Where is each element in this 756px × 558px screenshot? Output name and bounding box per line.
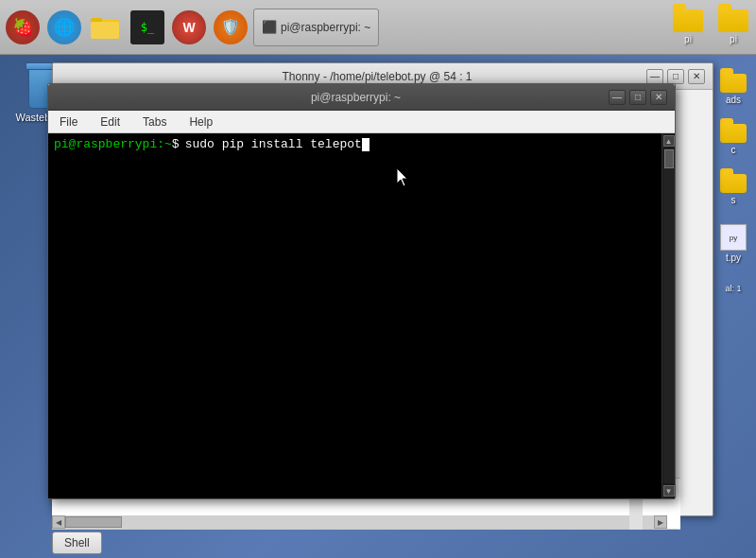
desktop-folder-al: al: 1 xyxy=(725,282,741,293)
h-scroll-left-btn[interactable]: ◀ xyxy=(52,515,65,529)
avast-icon-btn[interactable]: 🛡️ xyxy=(212,9,249,46)
taskbar: 🍓 🌐 $_ W 🛡️ xyxy=(0,0,756,55)
taskbar-folder-2[interactable]: pi xyxy=(714,8,752,46)
h-scroll-thumb[interactable] xyxy=(65,516,122,528)
menu-file[interactable]: File xyxy=(56,113,81,131)
shell-button[interactable]: Shell xyxy=(52,532,102,554)
thonny-title: Thonny - /home/pi/telebot.py @ 54 : 1 xyxy=(108,70,646,83)
terminal-prompt-line: pi@raspberrypi:~ $ sudo pip install tele… xyxy=(54,137,656,151)
raspberry-pi-icon[interactable]: 🍓 xyxy=(4,9,42,46)
svg-rect-3 xyxy=(91,22,119,39)
menu-edit[interactable]: Edit xyxy=(96,113,124,131)
desktop-folder-s[interactable]: s xyxy=(720,174,747,205)
terminal-empty-area xyxy=(54,151,656,486)
terminal-window-controls: — □ ✕ xyxy=(609,90,667,105)
desktop-folder-tpy[interactable]: py t.py xyxy=(720,224,747,263)
terminal-scrollbar[interactable]: ▲ ▼ xyxy=(662,133,675,498)
scroll-down-arrow[interactable]: ▼ xyxy=(663,485,675,497)
scroll-track[interactable] xyxy=(663,148,675,483)
terminal-content[interactable]: pi@raspberrypi:~ $ sudo pip install tele… xyxy=(48,133,662,498)
terminal-menubar: File Edit Tabs Help xyxy=(48,111,675,133)
terminal-taskbar-button[interactable]: ⬛ pi@raspberrypi: ~ xyxy=(253,9,379,46)
shell-button-label: Shell xyxy=(64,536,90,549)
taskbar-folder-1[interactable]: pi xyxy=(669,8,707,46)
scroll-thumb[interactable] xyxy=(664,149,674,168)
globe-icon-btn[interactable]: 🌐 xyxy=(45,9,83,46)
terminal-close-btn[interactable]: ✕ xyxy=(650,90,667,105)
terminal-title: pi@raspberrypi: ~ xyxy=(103,91,609,104)
terminal-maximize-btn[interactable]: □ xyxy=(629,90,646,105)
prompt-command: sudo pip install telepot xyxy=(185,137,362,151)
thonny-maximize-btn[interactable]: □ xyxy=(667,69,684,84)
terminal-minimize-btn[interactable]: — xyxy=(609,90,626,105)
terminal-titlebar: pi@raspberrypi: ~ — □ ✕ xyxy=(48,84,675,111)
prompt-user: pi@raspberrypi:~ xyxy=(54,137,172,151)
scroll-up-arrow[interactable]: ▲ xyxy=(663,135,675,147)
desktop-area: Wastebasket ads c s py t.py al: 1 xyxy=(0,55,756,558)
h-scroll-track[interactable] xyxy=(65,515,654,529)
desktop-right-folders: ads c s py t.py al: 1 xyxy=(720,74,747,293)
terminal-taskbar-label: pi@raspberrypi: ~ xyxy=(281,21,370,34)
taskbar-folder-items: pi pi xyxy=(669,8,752,46)
desktop-folder-c[interactable]: c xyxy=(720,124,747,155)
thonny-close-btn[interactable]: ✕ xyxy=(688,69,705,84)
terminal-icon-btn[interactable]: $_ xyxy=(129,9,166,46)
thonny-minimize-btn[interactable]: — xyxy=(646,69,663,84)
h-scroll-right-btn[interactable]: ▶ xyxy=(654,515,667,529)
files-icon-btn[interactable] xyxy=(87,9,125,46)
menu-help[interactable]: Help xyxy=(185,113,216,131)
wolfram-icon-btn[interactable]: W xyxy=(170,9,208,46)
prompt-dollar: $ xyxy=(172,137,180,151)
thonny-window-controls: — □ ✕ xyxy=(646,69,705,84)
terminal-cursor xyxy=(362,138,369,151)
desktop: 🍓 🌐 $_ W 🛡️ xyxy=(0,0,756,558)
terminal-window[interactable]: pi@raspberrypi: ~ — □ ✕ File Edit Tabs H… xyxy=(47,83,676,499)
desktop-folder-ads[interactable]: ads xyxy=(720,74,747,105)
horizontal-scrollbar[interactable]: ◀ ▶ xyxy=(52,515,667,529)
menu-tabs[interactable]: Tabs xyxy=(139,113,170,131)
terminal-body[interactable]: pi@raspberrypi:~ $ sudo pip install tele… xyxy=(48,133,675,498)
